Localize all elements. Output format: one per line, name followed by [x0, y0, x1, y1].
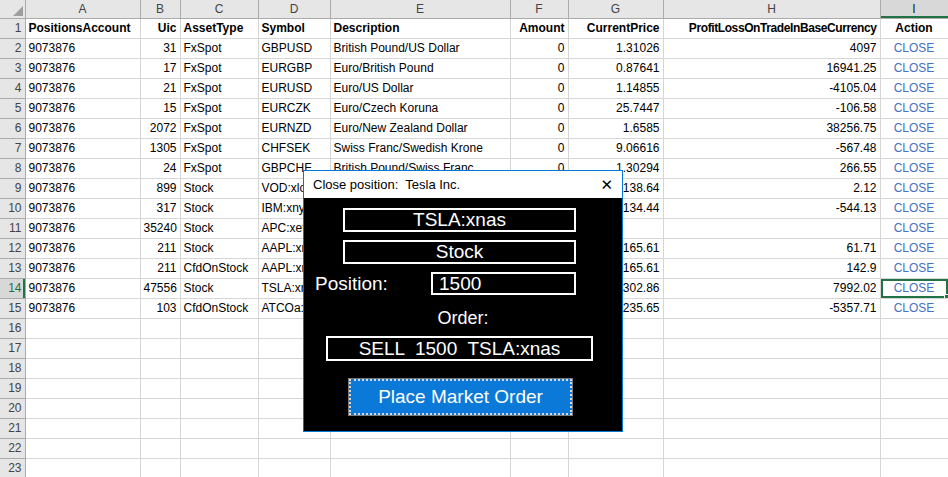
cell-B2[interactable]: 31 [140, 38, 180, 58]
column-header-I[interactable]: I [880, 0, 948, 18]
cell-B23[interactable] [140, 458, 180, 477]
fill-handle[interactable] [944, 294, 948, 299]
close-link-row-6[interactable]: CLOSE [880, 118, 948, 138]
cell-B9[interactable]: 899 [140, 178, 180, 198]
cell-I18[interactable] [880, 358, 948, 378]
cell-B20[interactable] [140, 398, 180, 418]
cell-A7[interactable]: 9073876 [25, 138, 140, 158]
column-header-F[interactable]: F [510, 0, 568, 18]
row-header-8[interactable]: 8 [0, 158, 25, 178]
close-link-row-9[interactable]: CLOSE [880, 178, 948, 198]
cell-D2[interactable]: GBPUSD [258, 38, 330, 58]
cell-H12[interactable]: 61.71 [663, 238, 880, 258]
cell-B19[interactable] [140, 378, 180, 398]
cell-A4[interactable]: 9073876 [25, 78, 140, 98]
cell-C19[interactable] [180, 378, 258, 398]
cell-C4[interactable]: FxSpot [180, 78, 258, 98]
column-header-A[interactable]: A [25, 0, 140, 18]
cell-B4[interactable]: 21 [140, 78, 180, 98]
cell-B1[interactable]: Uic [140, 18, 180, 38]
cell-E7[interactable]: Swiss Franc/Swedish Krone [330, 138, 510, 158]
cell-G6[interactable]: 1.6585 [568, 118, 663, 138]
row-header-17[interactable]: 17 [0, 338, 25, 358]
cell-H3[interactable]: 16941.25 [663, 58, 880, 78]
close-link-row-8[interactable]: CLOSE [880, 158, 948, 178]
row-header-3[interactable]: 3 [0, 58, 25, 78]
cell-E6[interactable]: Euro/New Zealand Dollar [330, 118, 510, 138]
cell-C23[interactable] [180, 458, 258, 477]
cell-E5[interactable]: Euro/Czech Koruna [330, 98, 510, 118]
cell-H18[interactable] [663, 358, 880, 378]
cell-H6[interactable]: 38256.75 [663, 118, 880, 138]
cell-H1[interactable]: ProfitLossOnTradeInBaseCurrency [663, 18, 880, 38]
cell-I19[interactable] [880, 378, 948, 398]
cell-C7[interactable]: FxSpot [180, 138, 258, 158]
cell-B12[interactable]: 211 [140, 238, 180, 258]
cell-G7[interactable]: 9.06616 [568, 138, 663, 158]
cell-C9[interactable]: Stock [180, 178, 258, 198]
row-header-19[interactable]: 19 [0, 378, 25, 398]
close-link-row-15[interactable]: CLOSE [880, 298, 948, 318]
cell-B21[interactable] [140, 418, 180, 438]
cell-A5[interactable]: 9073876 [25, 98, 140, 118]
cell-C8[interactable]: FxSpot [180, 158, 258, 178]
cell-G3[interactable]: 0.87641 [568, 58, 663, 78]
column-header-G[interactable]: G [568, 0, 663, 18]
cell-E1[interactable]: Description [330, 18, 510, 38]
cell-D22[interactable] [258, 438, 330, 458]
cell-C2[interactable]: FxSpot [180, 38, 258, 58]
cell-F6[interactable]: 0 [510, 118, 568, 138]
cell-A13[interactable]: 9073876 [25, 258, 140, 278]
close-link-row-11[interactable]: CLOSE [880, 218, 948, 238]
cell-E4[interactable]: Euro/US Dollar [330, 78, 510, 98]
cell-H16[interactable] [663, 318, 880, 338]
column-header-H[interactable]: H [663, 0, 880, 18]
cell-A21[interactable] [25, 418, 140, 438]
row-header-4[interactable]: 4 [0, 78, 25, 98]
row-header-23[interactable]: 23 [0, 458, 25, 477]
cell-F4[interactable]: 0 [510, 78, 568, 98]
cell-B17[interactable] [140, 338, 180, 358]
cell-A8[interactable]: 9073876 [25, 158, 140, 178]
cell-A11[interactable]: 9073876 [25, 218, 140, 238]
cell-B22[interactable] [140, 438, 180, 458]
row-header-18[interactable]: 18 [0, 358, 25, 378]
cell-E22[interactable] [330, 438, 510, 458]
cell-A15[interactable]: 9073876 [25, 298, 140, 318]
cell-G2[interactable]: 1.31026 [568, 38, 663, 58]
select-all-corner[interactable] [0, 0, 25, 18]
cell-H4[interactable]: -4105.04 [663, 78, 880, 98]
cell-H20[interactable] [663, 398, 880, 418]
cell-H10[interactable]: -544.13 [663, 198, 880, 218]
cell-A12[interactable]: 9073876 [25, 238, 140, 258]
cell-A9[interactable]: 9073876 [25, 178, 140, 198]
cell-I21[interactable] [880, 418, 948, 438]
cell-B18[interactable] [140, 358, 180, 378]
cell-I1[interactable]: Action [880, 18, 948, 38]
cell-F2[interactable]: 0 [510, 38, 568, 58]
cell-H17[interactable] [663, 338, 880, 358]
cell-B6[interactable]: 2072 [140, 118, 180, 138]
column-header-E[interactable]: E [330, 0, 510, 18]
row-header-9[interactable]: 9 [0, 178, 25, 198]
cell-C20[interactable] [180, 398, 258, 418]
cell-H2[interactable]: 4097 [663, 38, 880, 58]
row-header-10[interactable]: 10 [0, 198, 25, 218]
cell-F22[interactable] [510, 438, 568, 458]
close-link-row-5[interactable]: CLOSE [880, 98, 948, 118]
cell-H9[interactable]: 2.12 [663, 178, 880, 198]
cell-F3[interactable]: 0 [510, 58, 568, 78]
cell-C10[interactable]: Stock [180, 198, 258, 218]
cell-A19[interactable] [25, 378, 140, 398]
row-header-2[interactable]: 2 [0, 38, 25, 58]
row-header-15[interactable]: 15 [0, 298, 25, 318]
row-header-12[interactable]: 12 [0, 238, 25, 258]
cell-B8[interactable]: 24 [140, 158, 180, 178]
cell-H15[interactable]: -5357.71 [663, 298, 880, 318]
cell-H11[interactable] [663, 218, 880, 238]
cell-H13[interactable]: 142.9 [663, 258, 880, 278]
cell-A17[interactable] [25, 338, 140, 358]
cell-B14[interactable]: 47556 [140, 278, 180, 298]
cell-A18[interactable] [25, 358, 140, 378]
cell-I16[interactable] [880, 318, 948, 338]
